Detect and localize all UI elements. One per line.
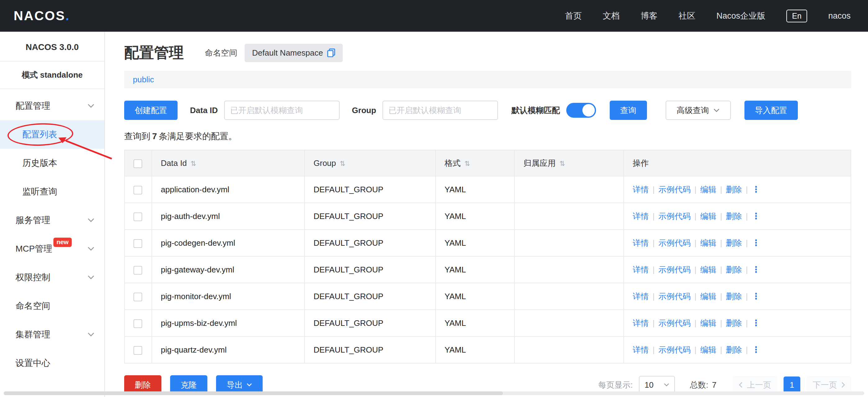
row-action-link[interactable]: 编辑	[700, 265, 716, 274]
row-checkbox[interactable]	[133, 239, 142, 248]
sidebar-item-service-management[interactable]: 服务管理	[0, 206, 104, 234]
create-config-button[interactable]: 创建配置	[124, 101, 178, 120]
row-action-link[interactable]: 详情	[633, 238, 649, 248]
nav-home[interactable]: 首页	[565, 10, 582, 22]
user-name[interactable]: nacos	[828, 11, 850, 21]
namespace-tab-public[interactable]: public	[133, 75, 154, 85]
more-actions-icon[interactable]: ⋮	[752, 185, 760, 194]
row-action-link[interactable]: 详情	[633, 345, 649, 355]
sidebar-item-settings-center[interactable]: 设置中心	[0, 349, 104, 377]
fuzzy-match-toggle[interactable]	[566, 103, 596, 118]
row-action-link[interactable]: 示例代码	[658, 185, 691, 194]
row-action-link[interactable]: 编辑	[700, 211, 716, 221]
row-checkbox[interactable]	[133, 266, 142, 275]
row-action-link[interactable]: 删除	[726, 318, 742, 328]
header-group[interactable]: Group⇅	[305, 150, 436, 176]
action-separator: |	[746, 238, 748, 248]
sidebar-item-label: 设置中心	[16, 357, 50, 369]
row-action-link[interactable]: 示例代码	[658, 292, 691, 301]
sidebar-item-listening-query[interactable]: 监听查询	[0, 177, 104, 206]
scrollbar-thumb[interactable]	[4, 391, 503, 395]
more-actions-icon[interactable]: ⋮	[752, 291, 760, 301]
row-action-link[interactable]: 删除	[726, 238, 742, 248]
more-actions-icon[interactable]: ⋮	[752, 265, 760, 274]
search-button[interactable]: 查询	[610, 101, 647, 120]
action-separator: |	[720, 238, 722, 248]
row-checkbox[interactable]	[133, 186, 142, 195]
nav-community[interactable]: 社区	[679, 10, 695, 22]
row-action-link[interactable]: 编辑	[700, 345, 716, 355]
namespace-value: Default Namespace	[252, 48, 323, 58]
action-separator: |	[720, 265, 722, 274]
row-action-link[interactable]: 示例代码	[658, 265, 691, 274]
row-action-link[interactable]: 删除	[726, 265, 742, 274]
advanced-search-button[interactable]: 高级查询	[665, 101, 731, 120]
sidebar-item-mcp-management[interactable]: MCP管理 new	[0, 234, 104, 263]
cell-data-id: pig-upms-biz-dev.yml	[152, 310, 305, 336]
sidebar-item-config-list[interactable]: 配置列表	[0, 120, 104, 149]
table-row: pig-quartz-dev.yml DEFAULT_GROUP YAML 详情…	[124, 336, 851, 363]
sort-icon[interactable]: ⇅	[559, 160, 565, 167]
nav-docs[interactable]: 文档	[603, 10, 620, 22]
sort-icon[interactable]: ⇅	[340, 160, 345, 167]
nacos-logo[interactable]: NACOS.	[14, 8, 70, 23]
header-data-id[interactable]: Data Id⇅	[152, 150, 305, 176]
sidebar-item-cluster-management[interactable]: 集群管理	[0, 320, 104, 349]
row-action-link[interactable]: 删除	[726, 211, 742, 221]
row-action-link[interactable]: 删除	[726, 345, 742, 355]
select-all-checkbox[interactable]	[133, 159, 142, 168]
more-actions-icon[interactable]: ⋮	[752, 211, 760, 221]
row-action-link[interactable]: 详情	[633, 292, 649, 301]
row-checkbox[interactable]	[133, 212, 142, 221]
sort-icon[interactable]: ⇅	[464, 160, 470, 167]
header-checkbox-cell	[124, 150, 152, 176]
row-action-link[interactable]: 编辑	[700, 318, 716, 328]
sidebar-item-permission-control[interactable]: 权限控制	[0, 263, 104, 292]
more-actions-icon[interactable]: ⋮	[752, 238, 760, 248]
row-action-link[interactable]: 详情	[633, 265, 649, 274]
cell-format: YAML	[436, 256, 515, 283]
copy-icon[interactable]	[327, 49, 335, 57]
header-app[interactable]: 归属应用⇅	[515, 150, 624, 176]
nav-enterprise[interactable]: Nacos企业版	[716, 10, 766, 22]
row-action-link[interactable]: 编辑	[700, 185, 716, 194]
more-actions-icon[interactable]: ⋮	[752, 318, 760, 328]
row-checkbox-cell	[124, 336, 152, 363]
row-action-link[interactable]: 示例代码	[658, 318, 691, 328]
nacos-version: NACOS 3.0.0	[0, 32, 104, 61]
sidebar-item-namespace[interactable]: 命名空间	[0, 292, 104, 320]
row-action-link[interactable]: 详情	[633, 211, 649, 221]
row-checkbox[interactable]	[133, 319, 142, 328]
header-format[interactable]: 格式⇅	[436, 150, 515, 176]
row-checkbox[interactable]	[133, 293, 142, 301]
group-input[interactable]	[382, 101, 498, 120]
row-action-link[interactable]: 示例代码	[658, 211, 691, 221]
sort-icon[interactable]: ⇅	[191, 160, 196, 167]
current-page-button[interactable]: 1	[783, 376, 800, 393]
sidebar-item-history-versions[interactable]: 历史版本	[0, 149, 104, 177]
namespace-selector[interactable]: Default Namespace	[245, 44, 343, 62]
row-action-link[interactable]: 编辑	[700, 238, 716, 248]
row-action-link[interactable]: 删除	[726, 292, 742, 301]
row-action-link[interactable]: 详情	[633, 318, 649, 328]
row-action-link[interactable]: 示例代码	[658, 345, 691, 355]
action-separator: |	[653, 318, 655, 328]
row-action-link[interactable]: 删除	[726, 185, 742, 194]
more-actions-icon[interactable]: ⋮	[752, 345, 760, 355]
cell-operations: 详情|示例代码|编辑|删除|⋮	[624, 230, 851, 256]
import-config-button[interactable]: 导入配置	[744, 101, 798, 120]
sidebar-item-config-management[interactable]: 配置管理	[0, 92, 104, 120]
action-separator: |	[720, 211, 722, 221]
row-checkbox[interactable]	[133, 346, 142, 355]
row-action-link[interactable]: 示例代码	[658, 238, 691, 248]
prev-page-label: 上一页	[747, 379, 771, 391]
language-toggle[interactable]: En	[786, 10, 807, 22]
row-action-link[interactable]: 编辑	[700, 292, 716, 301]
data-id-input[interactable]	[224, 101, 340, 120]
horizontal-scrollbar[interactable]	[4, 391, 864, 395]
cell-group: DEFAULT_GROUP	[305, 310, 436, 336]
nav-blog[interactable]: 博客	[641, 10, 657, 22]
sidebar-item-label: 集群管理	[16, 329, 50, 340]
action-separator: |	[746, 292, 748, 301]
row-action-link[interactable]: 详情	[633, 185, 649, 194]
